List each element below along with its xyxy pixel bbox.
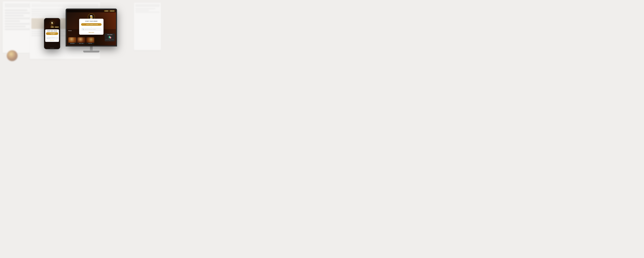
modal-search-icon: 🔍 (82, 29, 84, 30)
phone-logo-text: Pizza (50, 25, 54, 26)
modal-location-button[interactable]: 📍 USE MY CURRENT LOCATION (81, 23, 102, 26)
pizza-item-0: MARGHERITA (68, 37, 76, 44)
phone-order-card: START NEW ORDER 📍 USE MY CURRENT LOCATIO… (45, 29, 59, 42)
monitor-neck (90, 47, 93, 51)
modal-search-placeholder: Search by Postcode or Suburb (84, 29, 96, 30)
phone-signup-button[interactable]: SIGN UP (54, 26, 59, 28)
phone-location-button[interactable]: 📍 USE MY CURRENT LOCATION (46, 32, 58, 35)
modal-skip-link[interactable]: Skip to menu (81, 32, 102, 33)
monitor-cart-section: YOUR ORDER 🛍️ After you add items, they'… (105, 34, 115, 41)
monitor-cart-empty: After you add items, they'll appear here (106, 39, 114, 41)
monitor-cart-title: YOUR ORDER (106, 34, 114, 35)
modal-title: START YOUR ORDER (81, 21, 102, 22)
pizza-name-2: HALF HALF (86, 43, 94, 44)
monitor-order-modal: START YOUR ORDER 📍 USE MY CURRENT LOCATI… (79, 19, 104, 35)
monitor-pizza-section-label: PIZZA (68, 30, 72, 31)
phone-login-button[interactable]: LOGIN (50, 26, 54, 28)
monitor-signup-button[interactable]: SIGN UP (109, 10, 115, 12)
monitor-header: LOGIN SIGN UP (67, 10, 116, 12)
monitor-base (83, 51, 100, 52)
modal-location-btn-label: USE MY CURRENT LOCATION (86, 24, 98, 25)
monitor-login-button[interactable]: LOGIN (104, 10, 109, 12)
phone-screen: LOGIN SIGN UP 👨‍🍳 Pizza START NEW ORDER … (44, 19, 60, 49)
phone-nav: LOGIN SIGN UP (50, 26, 59, 28)
pizza-item-2: HALF HALF (86, 37, 94, 44)
phone-logo: 👨‍🍳 Pizza (50, 21, 54, 26)
phone-mockup: LOGIN SIGN UP 👨‍🍳 Pizza START NEW ORDER … (44, 18, 60, 49)
pizza-name-1: MEAT LOVER (77, 43, 85, 44)
monitor-cart-icon: 🛍️ (106, 36, 114, 39)
monitor-chef-icon: 👨‍🍳 (90, 15, 93, 19)
phone-chef-icon: 👨‍🍳 (51, 22, 53, 24)
phone-search-input[interactable]: 🔍 Search by postcode or select... (46, 37, 58, 39)
main-scene: LOGIN SIGN UP 👨‍🍳 Pizza START NEW ORDER … (0, 0, 161, 65)
phone-divider: or (46, 36, 58, 36)
pizza-name-0: MARGHERITA (68, 43, 76, 44)
monitor-screen: LOGIN SIGN UP 👨‍🍳 Pizza PIZZA (67, 10, 116, 45)
monitor-mockup: LOGIN SIGN UP 👨‍🍳 Pizza PIZZA (66, 9, 117, 56)
phone-order-title: START NEW ORDER (46, 31, 58, 32)
phone-hero: LOGIN SIGN UP 👨‍🍳 Pizza (44, 19, 60, 29)
phone-home-indicator (50, 48, 54, 48)
pizza-item-1: MEAT LOVER (77, 37, 85, 44)
phone-search-placeholder: Search by postcode or select... (48, 37, 57, 39)
monitor-nav: LOGIN SIGN UP (104, 10, 115, 12)
modal-search-wrap[interactable]: 🔍 Search by Postcode or Suburb (81, 28, 102, 31)
phone-pin-icon: 📍 (47, 33, 48, 34)
monitor-screen-wrapper: LOGIN SIGN UP 👨‍🍳 Pizza PIZZA (66, 9, 117, 47)
phone-skip-link[interactable]: Skip to menu (46, 40, 58, 41)
phone-search-icon: 🔍 (47, 38, 48, 39)
modal-divider: or (81, 27, 102, 27)
phone-location-btn-label: USE MY CURRENT LOCATION (48, 33, 57, 34)
modal-pin-icon: 📍 (85, 24, 86, 25)
